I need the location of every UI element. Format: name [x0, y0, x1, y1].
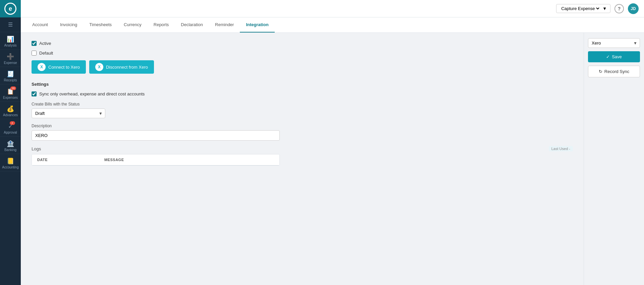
approval-icon-wrapper: ✓ 2: [8, 123, 13, 131]
user-avatar[interactable]: JD: [628, 3, 639, 14]
record-sync-label: Record Sync: [604, 69, 629, 74]
active-checkbox-row: Active: [32, 41, 573, 46]
sidebar-label-expenses: Expenses: [3, 96, 18, 99]
topbar-controls: Capture Expense ▼ ? JD: [556, 3, 639, 14]
save-button[interactable]: ✓ Save: [588, 51, 640, 62]
sidebar: e ☰ 📊 Analysis ➕ Expense 🧾 Receipts 📋 26…: [0, 0, 21, 285]
approval-badge: 2: [10, 121, 15, 125]
message-column-header: MESSAGE: [104, 158, 274, 162]
accounting-icon-wrapper: 📒: [7, 157, 14, 165]
sidebar-item-advances[interactable]: 💰 Advances: [0, 102, 21, 119]
expense-icon-wrapper: ➕: [7, 53, 14, 61]
expense-icon: ➕: [7, 53, 14, 60]
receipts-icon-wrapper: 🧾: [7, 70, 14, 78]
form-content: Active Default X Connect to Xero X Disco…: [21, 33, 584, 285]
description-input[interactable]: [32, 130, 280, 141]
hamburger-icon: ☰: [8, 21, 13, 28]
create-bills-group: Create Bills with the Status Draft ▼: [32, 102, 573, 118]
accounting-icon: 📒: [7, 157, 14, 165]
active-checkbox[interactable]: [32, 41, 37, 46]
settings-section-title: Settings: [32, 82, 573, 87]
dropdown-arrow-icon: ▼: [602, 6, 607, 11]
draft-select[interactable]: Draft: [32, 109, 105, 118]
right-panel: Xero ▼ ✓ Save ↻ Record Sync: [584, 33, 644, 285]
tab-account[interactable]: Account: [26, 17, 54, 32]
analysis-icon-wrapper: 📊: [7, 35, 14, 44]
sidebar-label-receipts: Receipts: [4, 78, 17, 82]
logs-title: Logs: [32, 146, 41, 151]
draft-select-wrapper: Draft ▼: [32, 109, 105, 118]
default-checkbox-row: Default: [32, 51, 573, 56]
disconnect-from-xero-button[interactable]: X Disconnect from Xero: [89, 60, 154, 74]
receipts-icon: 🧾: [7, 70, 14, 78]
sidebar-label-banking: Banking: [4, 148, 16, 152]
sidebar-item-banking[interactable]: 🏦 Banking: [0, 137, 21, 154]
save-check-icon: ✓: [606, 54, 610, 59]
connect-button-label: Connect to Xero: [48, 65, 80, 70]
sync-checkbox-row: Sync only overhead, expense and direct c…: [32, 91, 573, 96]
sync-checkbox[interactable]: [32, 91, 37, 96]
date-column-header: DATE: [37, 158, 104, 162]
xero-logo-connect: X: [38, 63, 46, 71]
sidebar-label-advances: Advances: [3, 113, 18, 117]
sidebar-item-expense[interactable]: ➕ Expense: [0, 50, 21, 67]
sidebar-label-expense: Expense: [4, 61, 17, 65]
description-group: Description: [32, 124, 573, 141]
banking-icon-wrapper: 🏦: [7, 140, 14, 148]
expenses-icon-wrapper: 📋 26: [7, 88, 14, 96]
tab-timesheets[interactable]: Timesheets: [83, 17, 118, 32]
capture-expense-dropdown[interactable]: Capture Expense ▼: [556, 4, 610, 13]
xero-panel-dropdown[interactable]: Xero: [588, 38, 640, 48]
last-used-badge: Last Used -: [549, 146, 573, 151]
sidebar-label-accounting: Accounting: [2, 165, 18, 169]
tabs-bar: Account Invoicing Timesheets Currency Re…: [21, 17, 644, 33]
create-bills-label: Create Bills with the Status: [32, 102, 573, 106]
sidebar-label-approval: Approval: [4, 131, 17, 134]
logo-text: e: [9, 5, 12, 12]
logs-header: Logs Last Used -: [32, 146, 573, 151]
sidebar-item-approval[interactable]: ✓ 2 Approval: [0, 119, 21, 137]
analysis-icon: 📊: [7, 35, 14, 43]
default-checkbox[interactable]: [32, 51, 37, 56]
tab-currency[interactable]: Currency: [118, 17, 148, 32]
sidebar-item-analysis[interactable]: 📊 Analysis: [0, 32, 21, 50]
default-label[interactable]: Default: [39, 51, 53, 56]
sidebar-label-analysis: Analysis: [4, 44, 16, 47]
help-icon[interactable]: ?: [614, 4, 624, 13]
xero-button-group: X Connect to Xero X Disconnect from Xero: [32, 60, 573, 74]
sidebar-item-expenses[interactable]: 📋 26 Expenses: [0, 84, 21, 102]
logo-circle: e: [4, 3, 16, 15]
capture-select[interactable]: Capture Expense: [560, 6, 600, 11]
advances-icon-wrapper: 💰: [7, 105, 14, 113]
active-label[interactable]: Active: [39, 41, 51, 46]
tab-reports[interactable]: Reports: [148, 17, 175, 32]
description-label: Description: [32, 124, 573, 128]
sidebar-item-accounting[interactable]: 📒 Accounting: [0, 154, 21, 171]
sync-icon: ↻: [599, 69, 602, 74]
xero-logo-disconnect: X: [95, 63, 103, 71]
advances-icon: 💰: [7, 105, 14, 113]
hamburger-button[interactable]: ☰: [0, 17, 21, 32]
record-sync-button[interactable]: ↻ Record Sync: [588, 66, 640, 77]
disconnect-button-label: Disconnect from Xero: [106, 65, 148, 70]
connect-to-xero-button[interactable]: X Connect to Xero: [32, 60, 86, 74]
sync-label[interactable]: Sync only overhead, expense and direct c…: [39, 91, 145, 96]
xero-panel-dropdown-wrapper: Xero ▼: [588, 38, 640, 48]
topbar: Capture Expense ▼ ? JD: [21, 0, 644, 17]
app-logo[interactable]: e: [0, 0, 21, 17]
save-button-label: Save: [612, 54, 622, 59]
tab-invoicing[interactable]: Invoicing: [54, 17, 83, 32]
main-content: Capture Expense ▼ ? JD Account Invoicing…: [21, 0, 644, 285]
logs-table: DATE MESSAGE: [32, 154, 280, 166]
content-area: Active Default X Connect to Xero X Disco…: [21, 33, 644, 285]
banking-icon: 🏦: [7, 140, 14, 147]
tab-integration[interactable]: Integration: [240, 17, 274, 32]
tab-declaration[interactable]: Declaration: [175, 17, 209, 32]
logs-table-header: DATE MESSAGE: [32, 154, 279, 165]
tab-reminder[interactable]: Reminder: [209, 17, 240, 32]
sidebar-item-receipts[interactable]: 🧾 Receipts: [0, 67, 21, 84]
expenses-badge: 26: [10, 86, 16, 90]
